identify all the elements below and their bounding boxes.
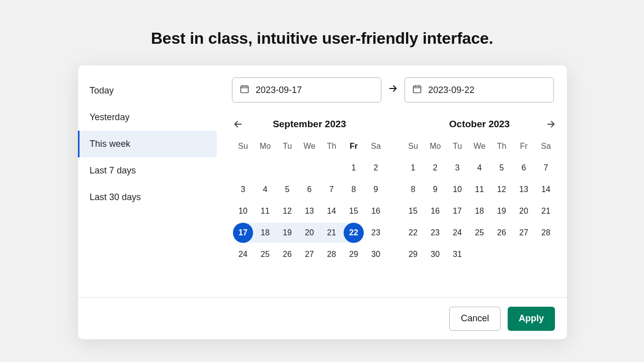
day-cell[interactable]: 31 — [446, 244, 468, 264]
day-empty — [254, 158, 276, 178]
calendar-icon — [239, 84, 250, 97]
day-cell[interactable]: 30 — [365, 244, 387, 264]
day-empty — [491, 244, 513, 264]
day-cell[interactable]: 16 — [365, 201, 387, 221]
month-left-title: September 2023 — [232, 117, 387, 132]
weeks-left: 1234567891011121314151617181920212223242… — [232, 157, 387, 265]
preset-this-week[interactable]: This week — [78, 131, 217, 157]
day-cell[interactable]: 1 — [402, 158, 424, 178]
day-cell[interactable]: 20 — [298, 223, 320, 243]
dow-label: Su — [402, 139, 424, 154]
day-cell[interactable]: 6 — [298, 179, 320, 200]
day-cell[interactable]: 23 — [424, 223, 446, 243]
day-cell[interactable]: 9 — [424, 179, 446, 200]
day-cell[interactable]: 5 — [491, 158, 513, 178]
day-cell[interactable]: 26 — [491, 223, 513, 243]
day-cell[interactable]: 2 — [365, 158, 387, 178]
day-cell[interactable]: 11 — [468, 179, 491, 200]
day-cell[interactable]: 26 — [276, 244, 298, 264]
day-cell[interactable]: 8 — [402, 179, 424, 200]
day-cell[interactable]: 4 — [254, 179, 276, 200]
day-cell[interactable]: 20 — [513, 201, 535, 221]
day-cell[interactable]: 13 — [513, 179, 535, 200]
day-cell[interactable]: 3 — [446, 158, 468, 178]
day-empty — [276, 158, 298, 178]
day-cell[interactable]: 15 — [343, 201, 365, 221]
day-cell[interactable]: 9 — [365, 179, 387, 200]
day-cell[interactable]: 18 — [254, 223, 276, 243]
day-cell[interactable]: 28 — [535, 223, 557, 243]
preset-last-7-days[interactable]: Last 7 days — [78, 157, 217, 184]
arrow-right-icon — [381, 83, 405, 97]
day-cell[interactable]: 22 — [343, 223, 365, 243]
day-cell[interactable]: 24 — [446, 223, 468, 243]
dow-label: Sa — [535, 139, 557, 154]
calendar-icon — [412, 84, 422, 97]
day-cell[interactable]: 10 — [446, 179, 468, 200]
day-empty — [320, 158, 343, 178]
dow-label: We — [468, 139, 491, 154]
dow-label: Fr — [513, 139, 535, 154]
day-cell[interactable]: 14 — [320, 201, 343, 221]
day-cell[interactable]: 15 — [402, 201, 424, 221]
day-cell[interactable]: 5 — [276, 179, 298, 200]
day-cell[interactable]: 3 — [232, 179, 254, 200]
day-cell[interactable]: 27 — [298, 244, 320, 264]
dow-label: We — [298, 139, 320, 154]
dow-label: Tu — [276, 139, 298, 154]
day-cell[interactable]: 6 — [513, 158, 535, 178]
day-cell[interactable]: 28 — [320, 244, 343, 264]
day-cell[interactable]: 19 — [276, 223, 298, 243]
day-cell[interactable]: 13 — [298, 201, 320, 221]
day-empty — [535, 244, 557, 264]
dow-row: SuMoTuWeThFrSa — [232, 139, 387, 154]
day-cell[interactable]: 22 — [402, 223, 424, 243]
day-cell[interactable]: 7 — [535, 158, 557, 178]
day-empty — [468, 244, 491, 264]
day-cell[interactable]: 24 — [232, 244, 254, 264]
date-inputs-row: 2023-09-17 2023-09-22 — [232, 77, 557, 103]
day-cell[interactable]: 30 — [424, 244, 446, 264]
calendar-panel: 2023-09-17 2023-09-22 — [232, 77, 557, 265]
weeks-right: 1234567891011121314151617181920212223242… — [402, 157, 557, 265]
day-cell[interactable]: 17 — [232, 223, 254, 243]
month-right-title: October 2023 — [402, 117, 557, 132]
day-cell[interactable]: 18 — [468, 201, 491, 221]
end-date-value: 2023-09-22 — [428, 85, 474, 96]
dow-label: Su — [232, 139, 254, 154]
day-cell[interactable]: 16 — [424, 201, 446, 221]
day-cell[interactable]: 12 — [491, 179, 513, 200]
day-cell[interactable]: 29 — [343, 244, 365, 264]
day-cell[interactable]: 4 — [468, 158, 491, 178]
svg-rect-1 — [414, 86, 421, 93]
day-cell[interactable]: 27 — [513, 223, 535, 243]
day-cell[interactable]: 14 — [535, 179, 557, 200]
day-cell[interactable]: 17 — [446, 201, 468, 221]
day-cell[interactable]: 8 — [343, 179, 365, 200]
day-cell[interactable]: 25 — [254, 244, 276, 264]
day-cell[interactable]: 10 — [232, 201, 254, 221]
day-cell[interactable]: 7 — [320, 179, 343, 200]
start-date-input[interactable]: 2023-09-17 — [232, 77, 381, 103]
end-date-input[interactable]: 2023-09-22 — [405, 77, 554, 103]
day-cell[interactable]: 11 — [254, 201, 276, 221]
dow-label: Fr — [343, 139, 365, 154]
day-cell[interactable]: 21 — [535, 201, 557, 221]
preset-yesterday[interactable]: Yesterday — [78, 104, 217, 131]
day-cell[interactable]: 25 — [468, 223, 491, 243]
cancel-button[interactable]: Cancel — [449, 307, 501, 331]
day-cell[interactable]: 12 — [276, 201, 298, 221]
day-cell[interactable]: 21 — [320, 223, 343, 243]
apply-button[interactable]: Apply — [508, 307, 555, 331]
day-cell[interactable]: 29 — [402, 244, 424, 264]
preset-list: TodayYesterdayThis weekLast 7 daysLast 3… — [78, 77, 217, 211]
day-cell[interactable]: 1 — [343, 158, 365, 178]
preset-today[interactable]: Today — [78, 77, 217, 104]
dow-label: Tu — [446, 139, 468, 154]
day-cell[interactable]: 23 — [365, 223, 387, 243]
dow-label: Th — [491, 139, 513, 154]
day-cell[interactable]: 19 — [491, 201, 513, 221]
preset-last-30-days[interactable]: Last 30 days — [78, 184, 217, 211]
day-cell[interactable]: 2 — [424, 158, 446, 178]
month-right: October 2023 SuMoTuWeThFrSa 123456789101… — [402, 117, 557, 265]
